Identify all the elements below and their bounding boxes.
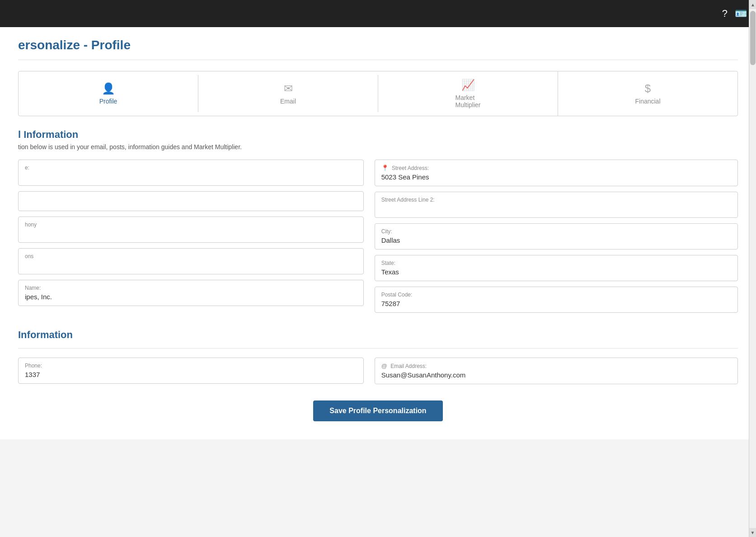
phone-label: Phone: [25,363,357,369]
personal-info-form-row: e: hony ons Name: [18,160,738,318]
card-icon[interactable]: 🪪 [735,8,747,19]
tab-profile-label: Profile [99,98,117,105]
tab-market-label: MarketMultiplier [455,94,480,108]
tab-market-multiplier[interactable]: 📈 MarketMultiplier [378,71,558,116]
tab-financial[interactable]: $ Financial [558,75,737,112]
profile-icon: 👤 [102,82,115,95]
personal-info-section: l Information tion below is used in your… [18,129,738,318]
contact-info-left-col: Phone: [18,358,364,390]
city-input[interactable] [381,236,731,244]
save-btn-container: Save Profile Personalization [18,400,738,421]
contact-info-form-row: Phone: @ Email Address: [18,358,738,390]
company-name-label: Name: [25,285,357,291]
save-profile-button[interactable]: Save Profile Personalization [313,400,442,421]
tab-financial-label: Financial [635,98,660,105]
email-field: @ Email Address: [375,358,738,384]
phone-field: Phone: [18,358,364,384]
tab-email-label: Email [280,98,296,105]
street-address2-input[interactable] [381,205,731,212]
contact-info-title: Information [18,329,738,341]
street-address-label: 📍 Street Address: [381,165,731,171]
email-input[interactable] [381,371,731,379]
state-label: State: [381,260,731,266]
postal-code-input[interactable] [381,300,731,307]
state-input[interactable] [381,268,731,276]
personal-info-right-col: 📍 Street Address: Street Address Line 2:… [375,160,738,318]
top-bar: ? 🪪 [0,0,756,27]
state-field: State: [375,255,738,281]
page-title: ersonalize - Profile [18,27,738,60]
scrollbar[interactable]: ▲ ▼ [749,0,756,537]
tab-profile[interactable]: 👤 Profile [19,75,198,112]
ons-field: ons [18,248,364,274]
help-icon[interactable]: ? [722,8,728,19]
street-address2-label: Street Address Line 2: [381,197,731,203]
name-field: e: [18,160,364,186]
postal-code-field: Postal Code: [375,287,738,313]
name-label-text: e: [25,165,29,171]
city-field: City: [375,223,738,250]
company-name-field: Name: [18,280,364,306]
street-address-input[interactable] [381,173,731,181]
nickname-label: hony [25,221,357,228]
field2-input[interactable] [25,198,357,206]
scroll-down-arrow[interactable]: ▼ [749,528,756,537]
street-address2-field: Street Address Line 2: [375,192,738,218]
contact-info-right-col: @ Email Address: [375,358,738,390]
phone-input[interactable] [25,371,357,378]
postal-code-label: Postal Code: [381,292,731,298]
tab-nav: 👤 Profile ✉ Email 📈 MarketMultiplier $ F… [18,71,738,116]
name-input[interactable] [25,173,357,180]
contact-divider [18,348,738,349]
map-pin-icon: 📍 [381,165,389,171]
nickname-field: hony [18,217,364,243]
nickname-input[interactable] [25,230,357,237]
email-label: @ Email Address: [381,363,731,369]
street-address-field: 📍 Street Address: [375,160,738,186]
personal-info-left-col: e: hony ons Name: [18,160,364,318]
name-label: e: [25,165,357,171]
personal-info-desc: tion below is used in your email, posts,… [18,143,738,151]
at-icon: @ [381,363,387,369]
ons-label: ons [25,253,357,259]
market-icon: 📈 [461,79,475,91]
contact-info-section: Information Phone: @ Email Address: [18,329,738,390]
page-wrapper: ersonalize - Profile 👤 Profile ✉ Email 📈… [0,27,756,439]
tab-email[interactable]: ✉ Email [198,75,378,112]
ons-input[interactable] [25,261,357,269]
email-icon: ✉ [284,82,293,95]
field2 [18,191,364,211]
scroll-up-arrow[interactable]: ▲ [749,0,756,9]
scroll-thumb[interactable] [750,11,756,65]
personal-info-title: l Information [18,129,738,141]
company-name-input[interactable] [25,293,357,301]
city-label: City: [381,228,731,235]
financial-icon: $ [645,82,651,95]
